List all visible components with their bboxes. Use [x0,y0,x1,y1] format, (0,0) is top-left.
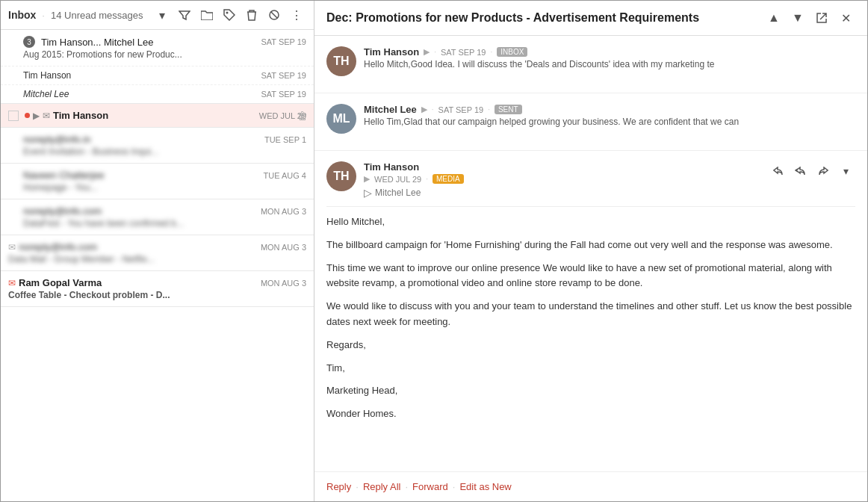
unread-count: 14 Unread messages [51,10,143,21]
envelope-icon: ✉ [43,111,50,121]
thread-senders-3: noreply@info.in [23,134,258,145]
left-panel: Inbox · 14 Unread messages ▾ [1,1,314,501]
body-greeting: Hello Mitchel, [326,214,855,230]
body-sig1: Tim, [326,361,855,376]
badge-inbox-1: INBOX [497,47,527,57]
avatar-3: TH [326,161,356,191]
thread-delete-icon[interactable]: 🗑 [297,110,308,122]
forward-btn-msg[interactable] [813,161,833,181]
thread-badge: 3 [23,36,35,48]
meta-date-1: SAT SEP 19 [441,48,486,57]
message-meta-1: Tim Hanson ▶ · SAT SEP 19 · INBOX Hello … [364,46,855,69]
thread-senders-7: Ram Gopal Varma [19,277,255,288]
thread-senders-5: noreply@info.com [23,205,255,217]
message-preview-2: Hello Tim,Glad that our campaign helped … [364,117,855,127]
email-header-actions: ▲ ▼ ✕ [764,8,855,28]
email-message-2: ML Mitchel Lee ▶ · SAT SEP 19 · SENT Hel… [314,93,867,151]
mail-thread-1[interactable]: 3 Tim Hanson... Mitchel Lee SAT SEP 19 A… [1,30,314,66]
sender-name-2: Mitchel Lee [364,104,417,115]
reply-actions-bar: Reply · Reply All · Forward · Edit as Ne… [314,471,867,501]
full-message-header: TH Tim Hanson ▶ WED JUL 29 · [326,161,855,207]
dropdown-btn[interactable]: ▾ [152,5,172,25]
thread-senders-4: Naveen Chatterjee [23,170,258,181]
body-p2: This time we want to improve our online … [326,261,855,292]
thread-group-6: ✉ noreply@info.com MON AUG 3 Data Mail -… [1,235,314,271]
message-preview-1: Hello Mitch,Good Idea. I will discuss th… [364,59,855,69]
reply-button[interactable]: Reply [326,481,351,492]
unread-dot [25,113,30,118]
email-subject: Dec: Promotions for new Products - Adver… [326,11,699,25]
sub-date-2: SAT SEP 19 [261,90,306,99]
thread-senders: Tim Hanson... Mitchel Lee [41,37,255,48]
thread-subject: Aug 2015: Promotions for new Produc... [23,49,306,60]
body-sig2: Marketing Head, [326,383,855,399]
thread-group-1: 3 Tim Hanson... Mitchel Lee SAT SEP 19 A… [1,30,314,104]
sub-thread-1[interactable]: Tim Hanson SAT SEP 19 [1,66,314,84]
thread-date-6: MON AUG 3 [261,243,306,252]
sub-sender-2: Mitchel Lee [23,89,69,99]
envelope-icon-7: ✉ [8,278,16,288]
body-regards: Regards, [326,338,855,353]
thread-date: SAT SEP 19 [261,37,306,46]
forward-button[interactable]: Forward [412,481,448,492]
avatar-1: TH [326,46,356,76]
thread-subject-7: Coffee Table - Checkout problem - D... [8,290,306,300]
mail-thread-7[interactable]: ✉ Ram Gopal Varma MON AUG 3 Coffee Table… [1,271,314,306]
delete-btn[interactable] [242,5,261,25]
email-message-3: TH Tim Hanson ▶ WED JUL 29 · [314,151,867,440]
mail-thread-5[interactable]: noreply@info.com MON AUG 3 DataFest - Yo… [1,199,314,235]
tag-btn[interactable] [220,5,239,25]
email-header: Dec: Promotions for new Products - Adver… [314,1,867,36]
body-p3: We would like to discuss with you and yo… [326,299,855,330]
badge-media-3: MEDIA [433,174,464,184]
thread-subject-5: DataFest - You have been confirmed b... [23,218,306,229]
thread-senders-2: Tim Hanson [53,110,150,121]
avatar-2: ML [326,104,356,134]
thread-checkbox[interactable] [8,111,19,121]
meta-date-3: WED JUL 29 [374,175,421,184]
thread-group-5: noreply@info.com MON AUG 3 DataFest - Yo… [1,199,314,235]
envelope-icon-6: ✉ [8,242,16,252]
thread-subject-6: Data Mail - Group Member - Netflix... [8,254,306,264]
more-btn[interactable]: ⋮ [287,5,306,25]
reply-all-btn-msg[interactable] [791,161,810,181]
email-message-1: TH Tim Hanson ▶ · SAT SEP 19 · INBOX Hel… [314,36,867,93]
popout-btn[interactable] [812,8,831,28]
badge-sent-2: SENT [495,105,522,114]
thread-subject-3: Event Invitation - Business Inqui... [23,146,306,157]
more-btn-msg[interactable]: ▾ [836,161,855,181]
mail-thread-2[interactable]: ▶ ✉ Tim Hanson WED JUL 29 🗑 [1,104,314,127]
sender-name-3: Tim Hanson [364,161,419,173]
folder-btn[interactable] [197,5,217,25]
recipient-row: ▷ Mitchel Lee [364,187,761,199]
right-panel: Dec: Promotions for new Products - Adver… [314,1,867,501]
close-btn[interactable]: ✕ [836,8,855,28]
thread-date-5: MON AUG 3 [261,207,306,216]
message-reply-actions: ▾ [769,161,855,181]
message-meta-2: Mitchel Lee ▶ · SAT SEP 19 · SENT Hello … [364,104,855,127]
thread-group-4: Naveen Chatterjee TUE AUG 4 Homepage - Y… [1,164,314,199]
message-body: Hello Mitchel, The billboard campaign fo… [326,214,855,422]
nav-up-btn[interactable]: ▲ [764,8,784,28]
header-actions: ▾ ⋮ [152,5,306,25]
block-btn[interactable] [264,5,284,25]
thread-date-4: TUE AUG 4 [264,171,306,180]
nav-down-btn[interactable]: ▼ [788,8,807,28]
thread-group-3: noreply@info.in TUE SEP 1 Event Invitati… [1,128,314,164]
mail-thread-3[interactable]: noreply@info.in TUE SEP 1 Event Invitati… [1,128,314,163]
full-msg-meta: Tim Hanson ▶ WED JUL 29 · MEDIA [364,161,761,199]
svg-point-0 [226,12,229,14]
filter-btn[interactable] [175,5,194,25]
reply-all-button[interactable]: Reply All [363,481,401,492]
sub-thread-2[interactable]: Mitchel Lee SAT SEP 19 [1,84,314,103]
edit-as-new-button[interactable]: Edit as New [459,481,511,492]
app-container: Inbox · 14 Unread messages ▾ [1,1,867,501]
thread-date-7: MON AUG 3 [261,279,306,288]
reply-single-btn[interactable] [769,161,788,181]
mail-thread-6[interactable]: ✉ noreply@info.com MON AUG 3 Data Mail -… [1,235,314,270]
flag-icon: ▶ [33,111,40,121]
message-header-2: ML Mitchel Lee ▶ · SAT SEP 19 · SENT Hel… [326,104,855,134]
mail-thread-4[interactable]: Naveen Chatterjee TUE AUG 4 Homepage - Y… [1,164,314,199]
meta-date-2: SAT SEP 19 [438,105,484,114]
inbox-header: Inbox · 14 Unread messages ▾ [1,1,314,30]
